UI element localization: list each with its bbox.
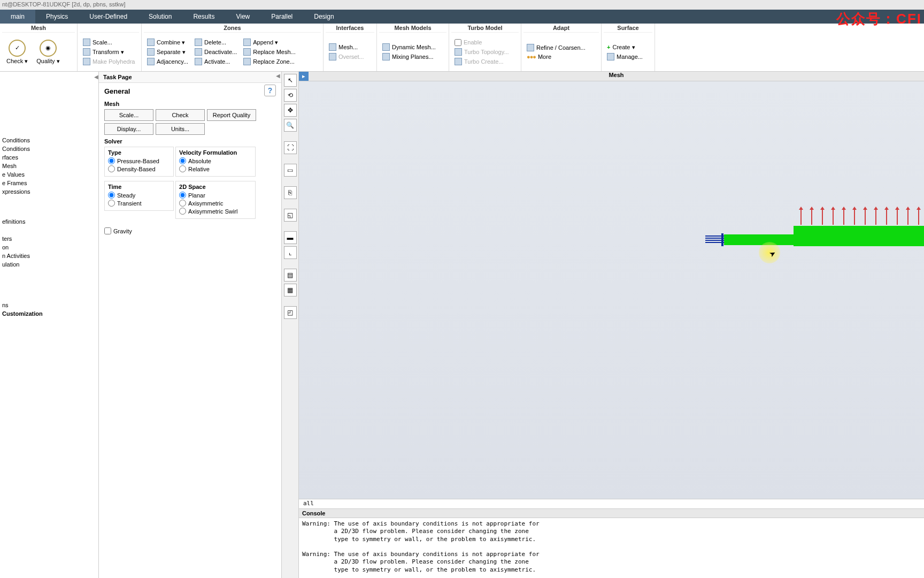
absolute-radio[interactable]: Absolute	[179, 157, 252, 165]
scale-button[interactable]: Scale...	[80, 37, 138, 47]
axisymmetric-swirl-radio[interactable]: Axisymmetric Swirl	[179, 207, 252, 215]
tree-item[interactable]: ns	[2, 301, 98, 309]
axisymmetric-radio[interactable]: Axisymmetric	[179, 199, 252, 207]
density-based-radio[interactable]: Density-Based	[108, 165, 170, 173]
console-output[interactable]: Warning: The use of axis boundary condit…	[299, 518, 924, 578]
report-quality-button[interactable]: Report Quality	[207, 109, 256, 121]
menu-tab-user-defined[interactable]: User-Defined	[79, 10, 138, 24]
check-icon: ✓	[9, 40, 26, 57]
box-select-tool[interactable]: ▭	[284, 164, 297, 177]
viewport-title: Mesh	[309, 72, 924, 81]
outline-tree[interactable]: ◀ Conditions Conditions rfaces Mesh e Va…	[0, 72, 99, 578]
dynamic-mesh-icon	[382, 43, 390, 51]
combine-button[interactable]: Combine ▾	[144, 37, 191, 47]
zoom-tool[interactable]: 🔍	[284, 119, 297, 132]
append-button[interactable]: Append ▾	[240, 37, 298, 47]
adjacency-button[interactable]: Adjacency...	[144, 57, 191, 66]
help-button[interactable]: ?	[264, 85, 276, 96]
main-area: ◀ Conditions Conditions rfaces Mesh e Va…	[0, 72, 924, 578]
tree-item[interactable]: efinitions	[2, 217, 98, 226]
tree-item[interactable]: Mesh	[2, 162, 98, 170]
axes-tool[interactable]: ⌞	[284, 246, 297, 259]
gravity-checkbox[interactable]: Gravity	[104, 227, 276, 234]
tree-item[interactable]: on	[2, 243, 98, 252]
iso-view-tool[interactable]: ◱	[284, 209, 297, 222]
replace-zone-button[interactable]: Replace Zone...	[240, 57, 298, 66]
menu-tab-design[interactable]: Design	[303, 10, 344, 24]
2d-space-label: 2D Space	[179, 184, 252, 190]
report-tool[interactable]: ▤	[284, 269, 297, 282]
dynamic-mesh-button[interactable]: Dynamic Mesh...	[379, 42, 439, 52]
transform-button[interactable]: Transform ▾	[80, 47, 138, 57]
relative-radio[interactable]: Relative	[179, 165, 252, 173]
fit-tool[interactable]: ⛶	[284, 141, 297, 154]
outline-collapse-icon[interactable]: ◀	[94, 74, 98, 80]
rotate-tool[interactable]: ⟲	[284, 89, 297, 102]
ribbon-group-interfaces-title: Interfaces	[326, 24, 374, 33]
taskpage-collapse-icon[interactable]: ◀	[276, 73, 280, 79]
tree-item[interactable]: rfaces	[2, 153, 98, 162]
menu-tab-view[interactable]: View	[225, 10, 260, 24]
ribbon-group-zones-title: Zones	[144, 24, 321, 33]
tree-item[interactable]: ters	[2, 234, 98, 243]
layout-tool[interactable]: ◰	[284, 306, 297, 319]
turbo-enable-checkbox[interactable]: Enable	[451, 38, 512, 47]
tree-item[interactable]: Conditions	[2, 144, 98, 153]
menu-tab-main[interactable]: main	[0, 10, 35, 24]
tree-item[interactable]: ulation	[2, 260, 98, 269]
replace-mesh-button[interactable]: Replace Mesh...	[240, 47, 298, 57]
task-page-header: Task Page	[99, 72, 281, 83]
separate-icon	[147, 48, 155, 56]
tree-item[interactable]: n Activities	[2, 252, 98, 260]
turbo-create-icon	[455, 58, 462, 65]
separate-button[interactable]: Separate ▾	[144, 47, 191, 57]
graphics-canvas[interactable]: ➤	[299, 81, 924, 499]
zone-selector[interactable]: all	[299, 499, 924, 508]
activate-button[interactable]: Activate...	[191, 57, 240, 66]
tree-item[interactable]: xpressions	[2, 187, 98, 196]
more-adapt-button[interactable]: ●●●More	[523, 52, 589, 61]
menu-tab-physics[interactable]: Physics	[35, 10, 79, 24]
ruler-tool[interactable]: ▬	[284, 231, 297, 244]
refine-coarsen-button[interactable]: Refine / Coarsen...	[523, 43, 589, 52]
layers-tool[interactable]: ▦	[284, 284, 297, 296]
quality-button[interactable]: ◉Quality ▾	[32, 37, 64, 67]
refine-icon	[527, 44, 534, 51]
replace-zone-icon	[243, 58, 251, 65]
mixing-planes-icon	[382, 53, 390, 60]
domain-large	[794, 226, 924, 246]
pressure-based-radio[interactable]: Pressure-Based	[108, 157, 170, 165]
create-surface-button[interactable]: +Create ▾	[604, 43, 646, 52]
inlet-cap	[721, 233, 723, 246]
mesh-scale-button[interactable]: Scale...	[104, 109, 153, 121]
steady-radio[interactable]: Steady	[108, 191, 170, 199]
transient-radio[interactable]: Transient	[108, 199, 170, 207]
view-toolbar: ↖ ⟲ ✥ 🔍 ⛶ ▭ ⎘ ◱ ▬ ⌞ ▤ ▦ ◰	[282, 72, 299, 578]
graphics-viewport: ▸ Mesh	[299, 72, 924, 578]
deactivate-button[interactable]: Deactivate...	[191, 47, 240, 57]
mesh-interfaces-button[interactable]: Mesh...	[326, 42, 368, 52]
menu-tab-results[interactable]: Results	[182, 10, 225, 24]
console-title: Console	[299, 509, 924, 518]
manage-surface-button[interactable]: Manage...	[604, 52, 646, 62]
mesh-check-button[interactable]: Check	[156, 109, 205, 121]
pan-tool[interactable]: ✥	[284, 104, 297, 117]
menu-tab-solution[interactable]: Solution	[138, 10, 182, 24]
tree-item[interactable]: Conditions	[2, 136, 98, 144]
mixing-planes-button[interactable]: Mixing Planes...	[379, 52, 439, 62]
viewport-tab[interactable]: ▸	[299, 72, 309, 81]
check-button[interactable]: ✓Check ▾	[2, 37, 32, 67]
tree-item[interactable]: e Values	[2, 170, 98, 179]
planar-radio[interactable]: Planar	[179, 191, 252, 199]
transform-icon	[83, 48, 90, 56]
time-label: Time	[108, 184, 170, 190]
units-button[interactable]: Units...	[156, 123, 205, 135]
menu-tab-parallel[interactable]: Parallel	[260, 10, 303, 24]
pointer-tool[interactable]: ↖	[284, 74, 297, 87]
delete-button[interactable]: Delete...	[191, 37, 240, 47]
enable-checkbox[interactable]	[455, 39, 461, 46]
tree-item-customization[interactable]: Customization	[2, 309, 98, 318]
tree-item[interactable]: e Frames	[2, 179, 98, 187]
display-button[interactable]: Display...	[104, 123, 153, 135]
probe-tool[interactable]: ⎘	[284, 186, 297, 199]
